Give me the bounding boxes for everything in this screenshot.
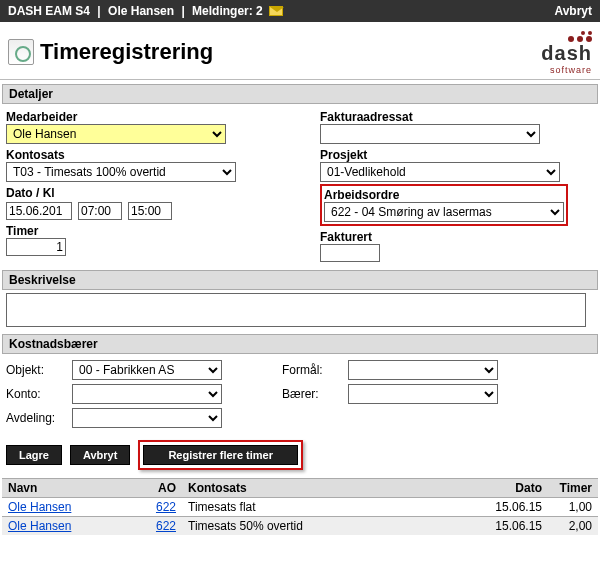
section-kostnad: Kostnadsbærer [2,334,598,354]
user-name: Ole Hansen [108,4,174,18]
messages-label: Meldinger: 2 [192,4,263,18]
table-row[interactable]: Ole Hansen 622 Timesats 50% overtid 15.0… [2,517,598,536]
button-row: Lagre Avbryt Registrer flere timer [6,440,594,470]
fakturaadressat-label: Fakturaadressat [320,110,594,124]
section-beskrivelse: Beskrivelse [2,270,598,290]
medarbeider-select[interactable]: Ole Hansen [6,124,226,144]
envelope-icon[interactable] [269,6,283,16]
kl-to-input[interactable] [128,202,172,220]
section-detaljer: Detaljer [2,84,598,104]
konto-select[interactable] [72,384,222,404]
cell-timer: 1,00 [548,498,598,517]
cell-timer: 2,00 [548,517,598,536]
formal-label: Formål: [282,363,342,377]
page-title: Timeregistrering [40,39,213,65]
header-row: Timeregistrering dash software [0,22,600,80]
timer-table: Navn AO Kontosats Dato Timer Ole Hansen … [2,478,598,535]
detaljer-form: Medarbeider Ole Hansen Kontosats T03 - T… [0,104,600,266]
th-dato[interactable]: Dato [478,479,548,498]
fakturert-input[interactable] [320,244,380,262]
beskrivelse-textarea[interactable] [6,293,586,327]
timer-label: Timer [6,224,280,238]
prosjekt-select[interactable]: 01-Vedlikehold [320,162,560,182]
logo: dash software [541,28,592,75]
prosjekt-label: Prosjekt [320,148,594,162]
cell-dato: 15.06.15 [478,517,548,536]
avdeling-select[interactable] [72,408,222,428]
timer-input[interactable] [6,238,66,256]
th-timer[interactable]: Timer [548,479,598,498]
logo-text: dash [541,42,592,65]
lagre-button[interactable]: Lagre [6,445,62,465]
logo-sub: software [541,65,592,75]
topbar: DASH EAM S4 | Ole Hansen | Meldinger: 2 … [0,0,600,22]
topbar-left: DASH EAM S4 | Ole Hansen | Meldinger: 2 [8,4,283,18]
avbryt-button[interactable]: Avbryt [70,445,130,465]
app-name: DASH EAM S4 [8,4,90,18]
top-cancel[interactable]: Avbryt [554,4,592,18]
th-ao[interactable]: AO [142,479,182,498]
registrer-highlight: Registrer flere timer [138,440,303,470]
cell-dato: 15.06.15 [478,498,548,517]
baerer-label: Bærer: [282,387,342,401]
objekt-label: Objekt: [6,363,66,377]
cell-ao[interactable]: 622 [142,498,182,517]
th-navn[interactable]: Navn [2,479,142,498]
baerer-select[interactable] [348,384,498,404]
cell-ao[interactable]: 622 [142,517,182,536]
cell-navn[interactable]: Ole Hansen [2,498,142,517]
arbeidsordre-select[interactable]: 622 - 04 Smøring av lasermas [324,202,564,222]
dato-input[interactable] [6,202,72,220]
cell-kontosats: Timesats 50% overtid [182,517,478,536]
dato-label: Dato / Kl [6,186,280,200]
kontosats-label: Kontosats [6,148,280,162]
fakturert-label: Fakturert [320,230,594,244]
kl-from-input[interactable] [78,202,122,220]
clock-icon [8,39,34,65]
formal-select[interactable] [348,360,498,380]
registrer-button[interactable]: Registrer flere timer [143,445,298,465]
th-kontosats[interactable]: Kontosats [182,479,478,498]
medarbeider-label: Medarbeider [6,110,280,124]
cell-kontosats: Timesats flat [182,498,478,517]
avdeling-label: Avdeling: [6,411,66,425]
arbeidsordre-label: Arbeidsordre [324,188,564,202]
table-row[interactable]: Ole Hansen 622 Timesats flat 15.06.15 1,… [2,498,598,517]
arbeidsordre-highlight: Arbeidsordre 622 - 04 Smøring av laserma… [320,184,568,226]
page-title-wrap: Timeregistrering [8,39,213,65]
cell-navn[interactable]: Ole Hansen [2,517,142,536]
objekt-select[interactable]: 00 - Fabrikken AS [72,360,222,380]
konto-label: Konto: [6,387,66,401]
fakturaadressat-select[interactable] [320,124,540,144]
kontosats-select[interactable]: T03 - Timesats 100% overtid [6,162,236,182]
